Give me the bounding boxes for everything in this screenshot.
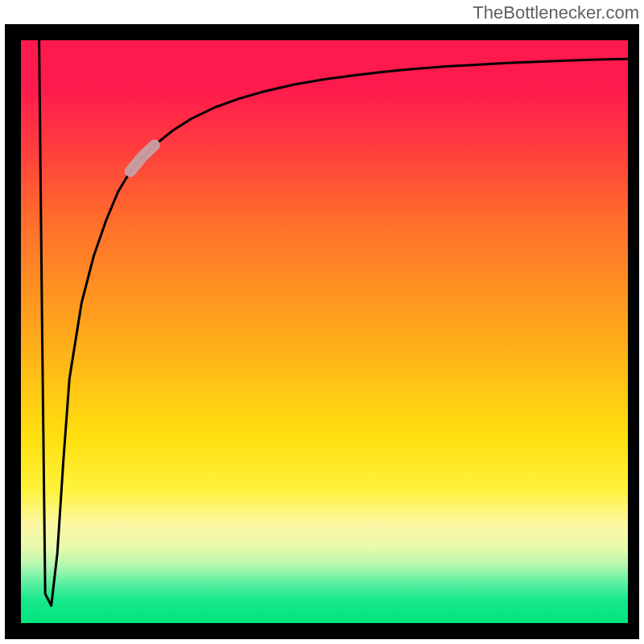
- bottleneck-curve: [39, 40, 628, 605]
- curve-svg: [21, 40, 628, 623]
- chart-container: TheBottlenecker.com: [0, 0, 644, 644]
- attribution-text: TheBottlenecker.com: [473, 2, 639, 23]
- plot-frame: [5, 24, 639, 639]
- bottleneck-curve-highlight: [130, 145, 155, 171]
- plot-area: [21, 40, 628, 623]
